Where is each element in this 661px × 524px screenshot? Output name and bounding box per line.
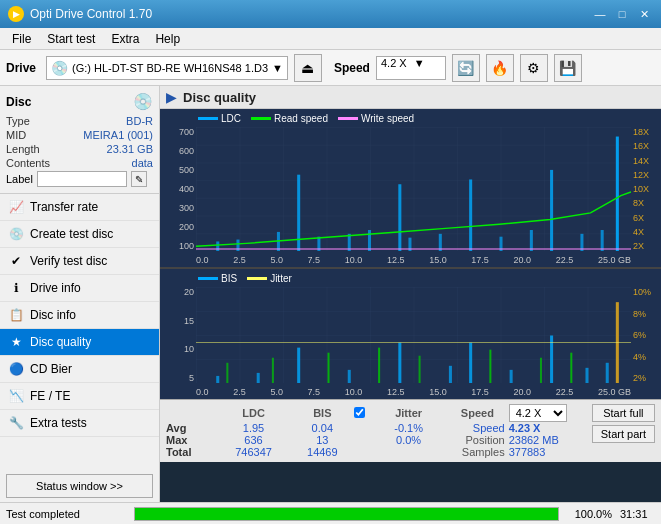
- drive-value: (G:) HL-DT-ST BD-RE WH16NS48 1.D3: [72, 62, 268, 74]
- svg-rect-16: [601, 230, 604, 251]
- nav-transfer-rate[interactable]: 📈 Transfer rate: [0, 194, 159, 221]
- disc-label-label: Label: [6, 173, 33, 185]
- save-button[interactable]: 💾: [554, 54, 582, 82]
- svg-rect-25: [469, 343, 472, 383]
- upper-y-labels-right: 18X 16X 14X 12X 10X 8X 6X 4X 2X: [631, 127, 661, 251]
- lower-chart: BIS Jitter 20 15 10 5 10%: [160, 269, 661, 399]
- upper-x-labels: 0.0 2.5 5.0 7.5 10.0 12.5 15.0 17.5 20.0…: [196, 255, 631, 265]
- lower-x-labels: 0.0 2.5 5.0 7.5 10.0 12.5 15.0 17.5 20.0…: [196, 387, 631, 397]
- drive-select[interactable]: 💿 (G:) HL-DT-ST BD-RE WH16NS48 1.D3 ▼: [46, 56, 288, 80]
- max-jitter: 0.0%: [371, 434, 446, 446]
- upper-y-labels-left: 700 600 500 400 300 200 100: [160, 127, 196, 251]
- svg-rect-37: [540, 358, 542, 383]
- disc-label-edit-button[interactable]: ✎: [131, 171, 147, 187]
- speed-dropdown[interactable]: 4.2 X: [509, 404, 567, 422]
- lx-20.0: 20.0: [514, 387, 532, 397]
- burn-button[interactable]: 🔥: [486, 54, 514, 82]
- nav-drive-info[interactable]: ℹ Drive info: [0, 275, 159, 302]
- nav-create-test-disc[interactable]: 💿 Create test disc: [0, 221, 159, 248]
- max-label: Max: [166, 434, 216, 446]
- jitter-legend-label: Jitter: [270, 273, 292, 284]
- menu-file[interactable]: File: [4, 30, 39, 48]
- x-0.0: 0.0: [196, 255, 209, 265]
- svg-rect-20: [257, 373, 260, 383]
- stats-h-empty: [166, 404, 216, 422]
- menu-start-test[interactable]: Start test: [39, 30, 103, 48]
- minimize-button[interactable]: —: [591, 5, 609, 23]
- refresh-button[interactable]: 🔄: [452, 54, 480, 82]
- nav-fe-te[interactable]: 📉 FE / TE: [0, 383, 159, 410]
- jitter-checkbox[interactable]: [354, 407, 365, 418]
- upper-chart: LDC Read speed Write speed 700 600 50: [160, 109, 661, 269]
- nav-extra-tests[interactable]: 🔧 Extra tests: [0, 410, 159, 437]
- maximize-button[interactable]: □: [613, 5, 631, 23]
- nav-verify-test-disc[interactable]: ✔ Verify test disc: [0, 248, 159, 275]
- stats-h-speed: Speed: [446, 404, 509, 422]
- nav-drive-info-label: Drive info: [30, 281, 81, 295]
- ldc-legend-label: LDC: [221, 113, 241, 124]
- lower-y-10: 10: [162, 344, 194, 354]
- total-ldc: 746347: [216, 446, 291, 458]
- stats-h-speed-val: 4.2 X: [509, 404, 584, 422]
- disc-contents-value: data: [132, 157, 153, 169]
- x-15.0: 15.0: [429, 255, 447, 265]
- menu-extra[interactable]: Extra: [103, 30, 147, 48]
- right-y-14x: 14X: [633, 156, 659, 166]
- disc-icon: 💿: [133, 92, 153, 111]
- position-label: Position: [446, 434, 509, 446]
- disc-mid-label: MID: [6, 129, 26, 141]
- nav-disc-info-label: Disc info: [30, 308, 76, 322]
- status-window-button[interactable]: Status window >>: [6, 474, 153, 498]
- eject-button[interactable]: ⏏: [294, 54, 322, 82]
- svg-rect-24: [449, 366, 452, 383]
- y-label-500: 500: [162, 165, 194, 175]
- fe-te-icon: 📉: [8, 388, 24, 404]
- start-part-button[interactable]: Start part: [592, 425, 655, 443]
- samples-value: 377883: [509, 446, 584, 458]
- svg-rect-17: [616, 137, 619, 251]
- disc-label-input[interactable]: [37, 171, 127, 187]
- svg-rect-8: [398, 184, 401, 251]
- speed-label: Speed: [334, 61, 370, 75]
- lx-22.5: 22.5: [556, 387, 574, 397]
- close-button[interactable]: ✕: [635, 5, 653, 23]
- right-y-6x: 6X: [633, 213, 659, 223]
- x-7.5: 7.5: [308, 255, 321, 265]
- position-value: 23862 MB: [509, 434, 584, 446]
- lx-12.5: 12.5: [387, 387, 405, 397]
- window-controls: — □ ✕: [591, 5, 653, 23]
- avg-label: Avg: [166, 422, 216, 434]
- disc-type-value: BD-R: [126, 115, 153, 127]
- svg-rect-13: [530, 230, 533, 251]
- start-full-button[interactable]: Start full: [592, 404, 655, 422]
- x-20.0: 20.0: [514, 255, 532, 265]
- cd-bier-icon: 🔵: [8, 361, 24, 377]
- disc-length-row: Length 23.31 GB: [6, 143, 153, 155]
- right-y-18x: 18X: [633, 127, 659, 137]
- stats-avg-row: Avg 1.95 0.04 -0.1% Speed 4.23 X: [166, 422, 584, 434]
- elapsed-time: 31:31: [620, 508, 655, 520]
- chart-title: Disc quality: [183, 90, 256, 105]
- svg-rect-11: [469, 179, 472, 251]
- svg-rect-21: [297, 348, 300, 383]
- x-2.5: 2.5: [233, 255, 246, 265]
- status-window-section: Status window >>: [6, 474, 153, 498]
- speed-select-toolbar[interactable]: 4.2 X ▼: [376, 56, 446, 80]
- nav-cd-bier[interactable]: 🔵 CD Bier: [0, 356, 159, 383]
- legend-ldc: LDC: [198, 113, 241, 124]
- nav-disc-quality[interactable]: ★ Disc quality: [0, 329, 159, 356]
- samples-label: Samples: [446, 446, 509, 458]
- menu-help[interactable]: Help: [147, 30, 188, 48]
- lower-right-2: 2%: [633, 373, 659, 383]
- nav-fe-te-label: FE / TE: [30, 389, 70, 403]
- settings-button[interactable]: ⚙: [520, 54, 548, 82]
- drive-dropdown-arrow: ▼: [272, 62, 283, 74]
- svg-rect-14: [550, 170, 553, 251]
- avg-bis: 0.04: [291, 422, 354, 434]
- right-panel: ▶ Disc quality LDC Read speed: [160, 86, 661, 502]
- nav-disc-info[interactable]: 📋 Disc info: [0, 302, 159, 329]
- x-10.0: 10.0: [345, 255, 363, 265]
- title-bar: ▶ Opti Drive Control 1.70 — □ ✕: [0, 0, 661, 28]
- lx-0.0: 0.0: [196, 387, 209, 397]
- stats-h-check-space: [354, 404, 372, 422]
